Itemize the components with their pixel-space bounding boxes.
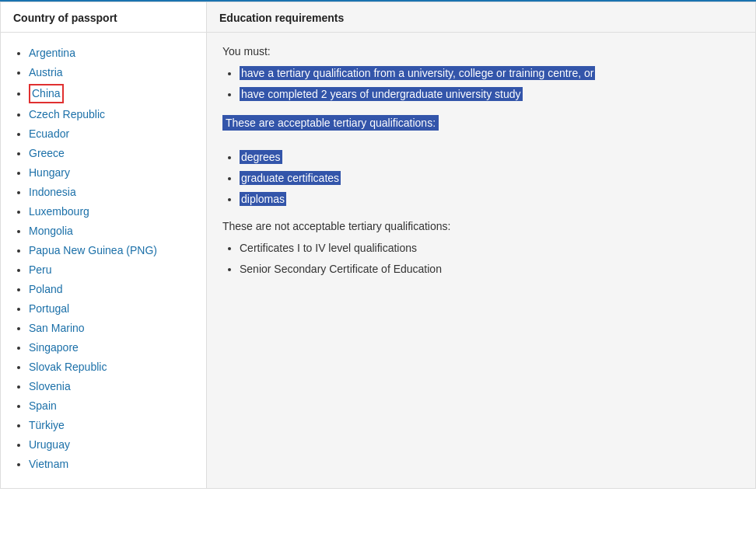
requirement-text: have a tertiary qualification from a uni… xyxy=(240,66,595,80)
list-item: Spain xyxy=(29,398,194,414)
country-link[interactable]: Slovenia xyxy=(29,380,71,392)
country-link[interactable]: Mongolia xyxy=(29,225,73,237)
not-acceptable-heading-text: These are not acceptable tertiary qualif… xyxy=(222,220,740,232)
list-item: Luxembourg xyxy=(29,204,194,220)
country-link[interactable]: Slovak Republic xyxy=(29,361,107,373)
list-item: Certificates I to IV level qualification… xyxy=(240,240,740,256)
country-column-header: Country of passport xyxy=(1,2,206,33)
list-item: Portugal xyxy=(29,301,194,317)
list-item: Poland xyxy=(29,281,194,298)
main-table: Country of passport ArgentinaAustriaChin… xyxy=(0,2,756,489)
list-item: have completed 2 years of undergraduate … xyxy=(240,86,740,103)
list-item: graduate certificates xyxy=(240,170,740,187)
list-item: Mongolia xyxy=(29,223,194,239)
list-item: Czech Republic xyxy=(29,106,194,123)
you-must-text: You must: xyxy=(222,45,740,58)
country-link[interactable]: Uruguay xyxy=(29,438,70,451)
list-item: Türkiye xyxy=(29,417,194,434)
type-text: degrees xyxy=(240,150,282,164)
education-column: Education requirements You must: have a … xyxy=(207,2,755,488)
country-link[interactable]: Spain xyxy=(29,399,57,412)
country-link[interactable]: San Marino xyxy=(29,322,85,334)
list-item: Austria xyxy=(29,65,194,81)
list-item: have a tertiary qualification from a uni… xyxy=(240,65,740,82)
list-item: Uruguay xyxy=(29,437,194,453)
type-text: diplomas xyxy=(240,192,286,206)
country-list-container: ArgentinaAustriaChinaCzech RepublicEcuad… xyxy=(1,33,206,488)
country-link[interactable]: Poland xyxy=(29,283,63,295)
acceptable-heading-text: These are acceptable tertiary qualificat… xyxy=(222,115,439,131)
country-link[interactable]: China xyxy=(29,84,64,103)
country-column: Country of passport ArgentinaAustriaChin… xyxy=(1,2,207,488)
country-link[interactable]: Portugal xyxy=(29,302,69,315)
list-item: Vietnam xyxy=(29,456,194,472)
acceptable-types-list: degreesgraduate certificatesdiplomas xyxy=(222,149,740,207)
acceptable-requirements-list: have a tertiary qualification from a uni… xyxy=(222,65,740,103)
country-link[interactable]: Austria xyxy=(29,66,63,78)
country-link[interactable]: Czech Republic xyxy=(29,108,105,120)
country-link[interactable]: Singapore xyxy=(29,341,79,354)
education-content: You must: have a tertiary qualification … xyxy=(207,33,755,298)
requirement-text: have completed 2 years of undergraduate … xyxy=(240,87,523,101)
country-link[interactable]: Vietnam xyxy=(29,458,68,470)
list-item: Slovenia xyxy=(29,378,194,395)
country-link[interactable]: Papua New Guinea (PNG) xyxy=(29,244,157,256)
country-link[interactable]: Ecuador xyxy=(29,127,69,140)
list-item: Senior Secondary Certificate of Educatio… xyxy=(240,261,740,277)
country-link[interactable]: Greece xyxy=(29,147,65,159)
list-item: San Marino xyxy=(29,320,194,336)
education-column-header: Education requirements xyxy=(207,2,755,33)
list-item: Greece xyxy=(29,145,194,162)
acceptable-heading-block: These are acceptable tertiary qualificat… xyxy=(222,115,740,138)
country-link[interactable]: Indonesia xyxy=(29,186,76,198)
list-item: Singapore xyxy=(29,340,194,356)
list-item: Peru xyxy=(29,262,194,278)
country-list: ArgentinaAustriaChinaCzech RepublicEcuad… xyxy=(13,45,194,472)
list-item: Indonesia xyxy=(29,184,194,201)
not-acceptable-list: Certificates I to IV level qualification… xyxy=(222,240,740,277)
list-item: China xyxy=(29,84,194,103)
list-item: Papua New Guinea (PNG) xyxy=(29,242,194,259)
list-item: diplomas xyxy=(240,191,740,207)
list-item: Ecuador xyxy=(29,126,194,142)
list-item: degrees xyxy=(240,149,740,166)
country-link[interactable]: Peru xyxy=(29,263,52,276)
country-link[interactable]: Argentina xyxy=(29,47,75,59)
list-item: Argentina xyxy=(29,45,194,61)
type-text: graduate certificates xyxy=(240,171,341,185)
country-link[interactable]: Türkiye xyxy=(29,419,65,431)
country-header-label: Country of passport xyxy=(13,12,117,24)
list-item: Slovak Republic xyxy=(29,359,194,375)
list-item: Hungary xyxy=(29,165,194,181)
country-link[interactable]: Hungary xyxy=(29,166,70,179)
education-header-label: Education requirements xyxy=(219,12,344,24)
country-link[interactable]: Luxembourg xyxy=(29,205,89,218)
